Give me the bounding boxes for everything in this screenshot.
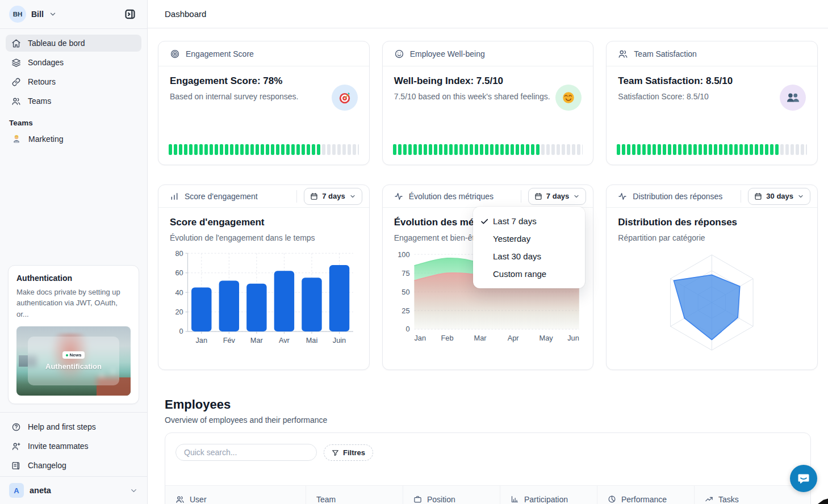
column-header-participation[interactable]: Participation bbox=[500, 486, 597, 504]
promo-card[interactable]: Authentication Make docs private by sett… bbox=[8, 265, 139, 405]
column-header-user[interactable]: User bbox=[165, 486, 306, 504]
chevron-down-icon bbox=[129, 486, 138, 495]
content: Engagement Score Engagement Score: 78% B… bbox=[148, 28, 828, 504]
date-range-button[interactable]: 7 days bbox=[304, 188, 362, 205]
svg-text:Apr: Apr bbox=[507, 334, 519, 342]
bar-chart: 020406080JanFévMarAvrMaiJuin bbox=[170, 248, 358, 348]
engagement-score-card: Engagement Score Engagement Score: 78% B… bbox=[158, 41, 370, 165]
chat-launcher-button[interactable] bbox=[790, 465, 817, 492]
calendar-icon bbox=[534, 192, 542, 200]
footer-item-label: Invite teammates bbox=[28, 442, 89, 451]
card-header-label: Distribution des réponses bbox=[633, 192, 735, 201]
metric-subtitle: 7.5/10 based on this week's shared feeli… bbox=[394, 92, 582, 101]
metric-title: Well-being Index: 7.5/10 bbox=[394, 75, 582, 87]
trending-up-icon bbox=[705, 495, 713, 503]
menu-item-custom-range[interactable]: Custom range bbox=[473, 265, 585, 283]
card-header: Distribution des réponses 30 days bbox=[607, 185, 817, 208]
card-header: Employee Well-being bbox=[383, 41, 593, 66]
icon-spacer bbox=[480, 270, 489, 279]
footer-item-label: Help and first steps bbox=[28, 422, 96, 431]
table-header: User Team Position bbox=[165, 485, 810, 504]
svg-text:100: 100 bbox=[398, 250, 409, 259]
card-header: Team Satisfaction bbox=[607, 41, 817, 66]
chevron-down-icon bbox=[797, 193, 804, 200]
svg-text:20: 20 bbox=[175, 308, 183, 316]
svg-text:0: 0 bbox=[179, 327, 183, 335]
search-input[interactable] bbox=[175, 444, 317, 461]
sidebar-header: BH Bill bbox=[0, 0, 147, 28]
metric-cards-row: Engagement Score Engagement Score: 78% B… bbox=[158, 41, 818, 165]
target-icon bbox=[170, 49, 180, 59]
promo-caption: Authentification bbox=[45, 362, 102, 371]
svg-text:75: 75 bbox=[402, 269, 409, 278]
home-icon bbox=[11, 39, 21, 48]
link-icon bbox=[11, 77, 21, 87]
progress-bar bbox=[393, 144, 583, 155]
users-icon bbox=[175, 495, 185, 504]
help-circle-icon bbox=[11, 422, 21, 432]
sidebar-item-dashboard[interactable]: Tableau de bord bbox=[6, 35, 141, 52]
date-range-button[interactable]: 30 days bbox=[748, 188, 810, 205]
sidebar-collapse-button[interactable] bbox=[121, 5, 139, 23]
sidebar-item-teams[interactable]: Teams bbox=[6, 93, 141, 110]
user-menu[interactable]: BH Bill bbox=[9, 6, 57, 23]
chat-bubble-icon bbox=[797, 472, 810, 485]
users-icon bbox=[618, 49, 628, 59]
workspace-switcher[interactable]: A aneta bbox=[0, 477, 147, 504]
avatar: BH bbox=[9, 6, 26, 23]
employees-toolbar: Filtres bbox=[165, 433, 810, 461]
filters-button[interactable]: Filtres bbox=[324, 444, 373, 461]
svg-text:Feb: Feb bbox=[441, 334, 453, 342]
sidebar-item-label: Tableau de bord bbox=[28, 39, 85, 48]
filters-label: Filtres bbox=[343, 448, 365, 457]
briefcase-icon bbox=[413, 495, 422, 503]
sidebar-item-label: Sondages bbox=[28, 58, 64, 67]
menu-item-last-7-days[interactable]: Last 7 days bbox=[473, 212, 585, 230]
svg-text:Juin: Juin bbox=[333, 336, 346, 345]
svg-text:25: 25 bbox=[402, 306, 409, 315]
progress-bar bbox=[617, 144, 807, 155]
icon-spacer bbox=[480, 252, 489, 261]
calendar-icon bbox=[754, 192, 762, 200]
funnel-icon bbox=[332, 449, 339, 456]
column-header-team[interactable]: Team bbox=[306, 486, 403, 504]
svg-text:Jun: Jun bbox=[567, 334, 579, 342]
column-header-tasks[interactable]: Tasks bbox=[694, 486, 810, 504]
menu-item-last-30-days[interactable]: Last 30 days bbox=[473, 247, 585, 265]
pie-chart-icon bbox=[608, 495, 616, 503]
sidebar-item-help[interactable]: Help and first steps bbox=[6, 418, 141, 435]
chart-subtitle: Évolution de l'engagement dans le temps bbox=[170, 233, 358, 242]
layers-icon bbox=[11, 58, 21, 68]
sidebar-item-label: Teams bbox=[28, 96, 51, 106]
sidebar-item-surveys[interactable]: Sondages bbox=[6, 54, 141, 71]
range-label: 7 days bbox=[546, 192, 569, 200]
news-badge: News bbox=[62, 351, 85, 359]
card-header: Score d'engagement 7 days bbox=[158, 185, 369, 208]
newspaper-icon bbox=[11, 461, 21, 471]
date-range-dropdown: Last 7 days Yesterday Last 30 days Custo… bbox=[473, 207, 585, 288]
card-header-label: Évolution des métriques bbox=[409, 192, 515, 201]
engagement-chart-card: Score d'engagement 7 days bbox=[158, 184, 370, 370]
menu-item-yesterday[interactable]: Yesterday bbox=[473, 230, 585, 247]
card-header-label: Team Satisfaction bbox=[634, 49, 697, 58]
user-plus-icon bbox=[11, 442, 21, 451]
page-title: Dashboard bbox=[165, 9, 206, 19]
check-icon bbox=[480, 217, 489, 226]
sidebar-item-changelog[interactable]: Changelog bbox=[6, 457, 141, 474]
employees-subtitle: Overview of employees and their performa… bbox=[165, 415, 811, 425]
svg-text:Mar: Mar bbox=[250, 336, 264, 345]
promo-body: Make docs private by setting up authenti… bbox=[16, 287, 131, 320]
sidebar-team-marketing[interactable]: Marketing bbox=[6, 131, 141, 148]
sidebar-item-invite[interactable]: Invite teammates bbox=[6, 438, 141, 455]
date-range-button[interactable]: 7 days bbox=[528, 188, 586, 205]
column-header-performance[interactable]: Performance bbox=[597, 486, 694, 504]
topbar: Dashboard bbox=[148, 0, 828, 28]
busts-emoji-icon bbox=[780, 85, 806, 111]
sidebar-item-label: Retours bbox=[28, 77, 56, 86]
panel-collapse-icon bbox=[124, 9, 136, 20]
column-header-position[interactable]: Position bbox=[403, 486, 500, 504]
card-body: Distribution des réponses Répartition pa… bbox=[607, 208, 817, 355]
sidebar-item-feedback[interactable]: Retours bbox=[6, 73, 141, 90]
metric-title: Engagement Score: 78% bbox=[170, 75, 358, 87]
wellbeing-card: Employee Well-being Well-being Index: 7.… bbox=[382, 41, 594, 165]
